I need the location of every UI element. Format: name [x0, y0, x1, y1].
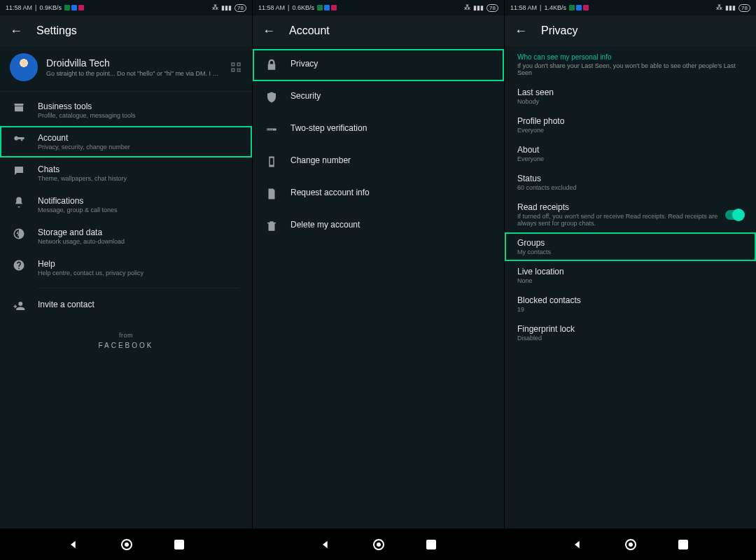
signal-icon: ▮▮▮: [221, 4, 232, 11]
bluetooth-icon: ⁂: [716, 4, 722, 11]
settings-item-notifications[interactable]: NotificationsMessage, group & call tones: [0, 189, 252, 220]
store-icon: [13, 102, 25, 114]
item-sub: Everyone: [517, 155, 743, 162]
profile-name: Droidvilla Tech: [46, 57, 221, 69]
signal-icon: ▮▮▮: [473, 4, 484, 11]
panel-settings: 11:58 AM | 0.9KB/s ⁂ ▮▮▮ 78 ← Settings D…: [0, 0, 252, 528]
settings-item-invite-a-contact[interactable]: Invite a contact: [0, 293, 252, 319]
settings-item-account[interactable]: AccountPrivacy, security, change number: [0, 126, 252, 158]
status-bar: 11:58 AM | 0.6KB/s ⁂ ▮▮▮ 78: [253, 0, 504, 15]
nav-home-icon[interactable]: [373, 539, 384, 550]
status-rate: 1.4KB/s: [544, 4, 566, 11]
item-sub: Privacy, security, change number: [38, 144, 239, 150]
nav-recents-icon[interactable]: [678, 540, 688, 550]
nav-recents-icon[interactable]: [426, 540, 436, 550]
item-title: About: [517, 145, 743, 155]
item-sub: 60 contacts excluded: [517, 184, 743, 191]
avatar: [10, 53, 38, 81]
read-receipts-toggle[interactable]: [725, 210, 743, 220]
nav-home-icon[interactable]: [625, 539, 636, 550]
battery-icon: 78: [234, 4, 246, 12]
help-icon: [13, 259, 25, 272]
read-receipts-row[interactable]: Read receipts If turned off, you won't s…: [505, 197, 756, 232]
nav-recents-icon[interactable]: [174, 540, 184, 550]
section-label: Who can see my personal info: [505, 46, 756, 61]
account-item-delete-my-account[interactable]: Delete my account: [253, 210, 504, 242]
doc-icon: [265, 188, 278, 200]
account-item-security[interactable]: Security: [253, 81, 504, 113]
profile-row[interactable]: Droidvilla Tech Go straight to the point…: [0, 46, 252, 88]
item-title: Blocked contacts: [517, 295, 743, 305]
item-title: Invite a contact: [38, 300, 239, 309]
privacy-item-live-location[interactable]: Live locationNone: [505, 261, 756, 290]
status-bar: 11:58 AM | 0.9KB/s ⁂ ▮▮▮ 78: [0, 0, 252, 15]
privacy-item-status[interactable]: Status60 contacts excluded: [505, 168, 756, 197]
item-title: Chats: [38, 164, 239, 174]
privacy-item-groups[interactable]: GroupsMy contacts: [505, 232, 756, 261]
account-item-request-account-info[interactable]: Request account info: [253, 178, 504, 210]
android-navbar: [0, 528, 756, 560]
privacy-item-profile-photo[interactable]: Profile photoEveryone: [505, 111, 756, 139]
status-time: 11:58 AM: [258, 4, 285, 11]
item-title: Fingerprint lock: [517, 324, 743, 334]
battery-icon: 78: [486, 4, 498, 12]
status-bar: 11:58 AM | 1.4KB/s ⁂ ▮▮▮ 78: [505, 0, 756, 15]
item-sub: Everyone: [517, 127, 743, 134]
account-item-two-step-verification[interactable]: Two-step verification: [253, 113, 504, 146]
trash-icon: [265, 220, 278, 232]
read-receipts-sub: If turned off, you won't send or receive…: [517, 213, 725, 227]
signal-icon: ▮▮▮: [725, 4, 736, 11]
nav-back-icon[interactable]: [572, 539, 583, 550]
settings-item-help[interactable]: HelpHelp centre, contact us, privacy pol…: [0, 252, 252, 284]
from-block: from FACEBOOK: [0, 332, 252, 349]
lock-icon: [265, 59, 278, 71]
privacy-item-about[interactable]: AboutEveryone: [505, 139, 756, 168]
item-title: Help: [38, 259, 239, 269]
account-item-change-number[interactable]: Change number: [253, 146, 504, 178]
item-title: Groups: [517, 238, 743, 248]
item-title: Last seen: [517, 88, 743, 97]
item-sub: Network usage, auto-download: [38, 238, 239, 245]
invite-icon: [13, 300, 25, 312]
privacy-item-last-seen[interactable]: Last seenNobody: [505, 82, 756, 111]
qr-icon[interactable]: [230, 61, 242, 74]
bell-icon: [13, 196, 25, 209]
settings-item-storage-and-data[interactable]: Storage and dataNetwork usage, auto-down…: [0, 220, 252, 252]
twostep-icon: [265, 123, 278, 136]
bluetooth-icon: ⁂: [212, 4, 218, 11]
item-sub: My contacts: [517, 248, 743, 255]
back-icon[interactable]: ←: [514, 24, 527, 38]
item-title: Account: [38, 133, 239, 143]
back-icon[interactable]: ←: [10, 24, 22, 38]
divider: [0, 91, 252, 92]
item-title: Security: [290, 91, 491, 101]
status-app-icons: [317, 5, 337, 10]
header: ← Settings: [0, 15, 252, 46]
settings-item-chats[interactable]: ChatsTheme, wallpapers, chat history: [0, 158, 252, 189]
chat-icon: [13, 164, 25, 177]
item-sub: Nobody: [517, 98, 743, 105]
account-item-privacy[interactable]: Privacy: [253, 49, 504, 81]
page-title: Settings: [36, 24, 77, 37]
profile-sub: Go straight to the point... Do not "hell…: [46, 70, 221, 77]
settings-item-business-tools[interactable]: Business toolsProfile, catalogue, messag…: [0, 94, 252, 126]
number-icon: [265, 155, 278, 168]
key-icon: [13, 133, 25, 146]
item-sub: Disabled: [517, 335, 743, 342]
item-title: Delete my account: [290, 220, 491, 230]
item-sub: 19: [517, 306, 743, 313]
nav-back-icon[interactable]: [320, 539, 331, 550]
item-sub: Message, group & call tones: [38, 206, 239, 214]
shield-icon: [265, 91, 278, 104]
privacy-item-fingerprint-lock[interactable]: Fingerprint lockDisabled: [505, 318, 756, 347]
privacy-item-blocked-contacts[interactable]: Blocked contacts19: [505, 290, 756, 318]
item-title: Notifications: [38, 196, 239, 206]
nav-back-icon[interactable]: [68, 539, 79, 550]
nav-home-icon[interactable]: [121, 539, 132, 550]
item-title: Profile photo: [517, 116, 743, 126]
status-rate: 0.9KB/s: [39, 4, 62, 11]
item-title: Privacy: [290, 59, 491, 69]
panel-account: 11:58 AM | 0.6KB/s ⁂ ▮▮▮ 78 ← Account Pr…: [252, 0, 504, 528]
back-icon[interactable]: ←: [262, 24, 275, 38]
item-title: Business tools: [38, 102, 239, 111]
